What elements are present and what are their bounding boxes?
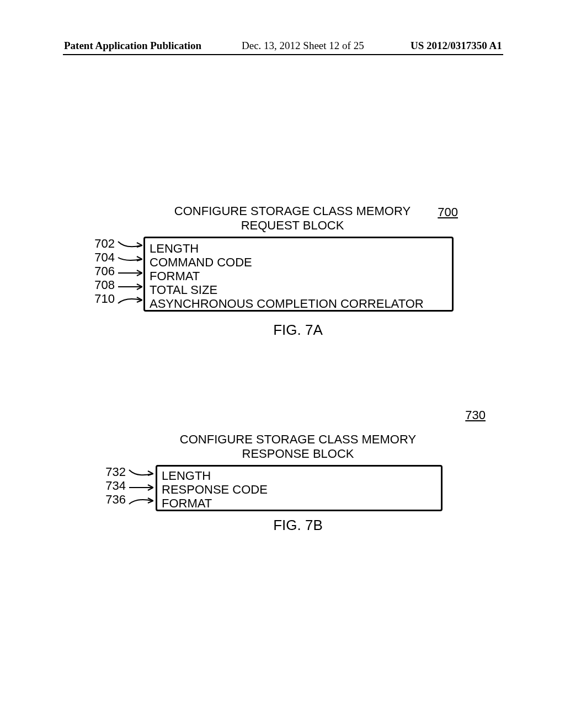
callout-row: 710 bbox=[88, 292, 142, 306]
callout-row: 732 bbox=[99, 465, 153, 479]
callout-row: 736 bbox=[99, 493, 153, 506]
figure-7a-callouts: 702 704 706 708 bbox=[88, 237, 142, 306]
box-row: LENGTH bbox=[150, 242, 447, 255]
figure-7b-caption: FIG. 7B bbox=[154, 517, 441, 534]
box-row: COMMAND CODE bbox=[150, 255, 447, 269]
figure-7a-title: CONFIGURE STORAGE CLASS MEMORY REQUEST B… bbox=[138, 204, 447, 233]
callout-num: 736 bbox=[99, 493, 126, 506]
figure-7b-title: CONFIGURE STORAGE CLASS MEMORY RESPONSE … bbox=[149, 432, 447, 462]
box-row: ASYNCHRONOUS COMPLETION CORRELATOR bbox=[150, 297, 447, 311]
header-center: Dec. 13, 2012 Sheet 12 of 25 bbox=[242, 40, 364, 52]
figure-7a-title-line1: CONFIGURE STORAGE CLASS MEMORY bbox=[174, 204, 411, 218]
leader-line-icon bbox=[116, 239, 142, 247]
header-right: US 2012/0317350 A1 bbox=[411, 40, 502, 52]
figure-7b-title-line1: CONFIGURE STORAGE CLASS MEMORY bbox=[180, 432, 416, 446]
leader-line-icon bbox=[127, 481, 153, 489]
box-row: LENGTH bbox=[162, 469, 436, 483]
callout-row: 734 bbox=[99, 479, 153, 493]
callout-num: 710 bbox=[88, 292, 115, 306]
leader-line-icon bbox=[127, 468, 153, 475]
callout-row: 704 bbox=[88, 250, 142, 264]
callout-row: 702 bbox=[88, 237, 142, 250]
box-row: RESPONSE CODE bbox=[162, 483, 436, 496]
callout-num: 734 bbox=[99, 479, 126, 493]
callout-num: 702 bbox=[88, 237, 115, 250]
figure-7a: CONFIGURE STORAGE CLASS MEMORY REQUEST B… bbox=[88, 204, 486, 339]
figure-7a-ref: 700 bbox=[438, 205, 458, 220]
header-rule bbox=[63, 54, 503, 55]
request-block-box: LENGTH COMMAND CODE FORMAT TOTAL SIZE AS… bbox=[143, 237, 454, 312]
callout-num: 732 bbox=[99, 465, 126, 479]
header-left: Patent Application Publication bbox=[64, 40, 201, 52]
response-block-box: LENGTH RESPONSE CODE FORMAT bbox=[156, 465, 443, 511]
figure-7b-callouts: 732 734 736 bbox=[99, 465, 153, 506]
leader-line-icon bbox=[116, 267, 142, 275]
leader-line-icon bbox=[116, 253, 142, 261]
box-row: FORMAT bbox=[150, 269, 447, 283]
box-row: FORMAT bbox=[162, 496, 436, 510]
leader-line-icon bbox=[127, 495, 153, 503]
figure-7b: 730 CONFIGURE STORAGE CLASS MEMORY RESPO… bbox=[99, 408, 486, 534]
figure-7b-ref: 730 bbox=[465, 408, 486, 422]
callout-row: 708 bbox=[88, 278, 142, 292]
figure-7a-title-line2: REQUEST BLOCK bbox=[241, 218, 344, 232]
callout-num: 708 bbox=[88, 278, 115, 292]
figure-7a-caption: FIG. 7A bbox=[143, 322, 452, 339]
callout-row: 706 bbox=[88, 264, 142, 278]
figure-7b-title-line2: RESPONSE BLOCK bbox=[242, 447, 354, 461]
leader-line-icon bbox=[116, 281, 142, 288]
callout-num: 704 bbox=[88, 250, 115, 264]
box-row: TOTAL SIZE bbox=[150, 283, 447, 297]
leader-line-icon bbox=[116, 295, 142, 302]
callout-num: 706 bbox=[88, 264, 115, 278]
